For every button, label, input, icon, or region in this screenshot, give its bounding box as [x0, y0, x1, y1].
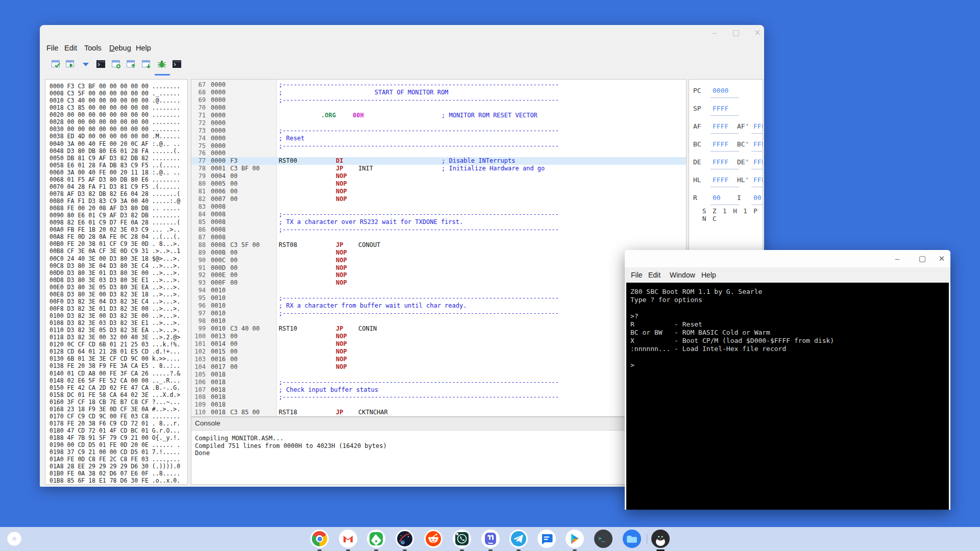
maximize-icon[interactable]: ▢ [731, 28, 741, 37]
i-field[interactable]: 00 [751, 192, 763, 205]
chrome-logo [312, 531, 327, 546]
chromeos-desktop: – ▢ ✕ File Edit Tools Debug Help [0, 0, 980, 551]
af-label: AF [693, 120, 701, 133]
files-icon[interactable] [623, 530, 641, 548]
play-store-icon[interactable] [566, 530, 584, 548]
register-row-bc: BC FFFF BC' FFFF [689, 138, 763, 151]
terminal-glyph: >_ [598, 535, 605, 542]
de-alt-label: DE' [737, 156, 749, 168]
close-icon[interactable]: ✕ [936, 254, 947, 263]
reddit-icon[interactable] [424, 530, 443, 548]
register-row-hl: HL FFFF HL' FFFF [689, 174, 763, 186]
bc-label: BC [693, 138, 701, 151]
register-row-sp: SP FFFF [689, 103, 763, 115]
chat-icon[interactable] [537, 530, 556, 548]
hl-field[interactable]: FFFF [710, 174, 739, 187]
debug-bug-icon[interactable] [157, 59, 167, 69]
menu-file[interactable]: File [46, 43, 58, 53]
sp-field[interactable]: FFFF [710, 103, 739, 116]
terminal2-icon[interactable] [172, 59, 182, 69]
bc-alt-field[interactable]: FFFF [751, 138, 763, 152]
code-rows: 670000;---------------------------------… [191, 81, 686, 416]
console-title: Console [195, 419, 220, 427]
maximize-icon[interactable]: ▢ [917, 254, 928, 263]
serial-terminal-window: – ▢ ✕ File Edit Window Help Z80 SBC Boot… [625, 250, 950, 510]
new-window-icon[interactable] [111, 59, 121, 69]
assemble-check-icon[interactable] [51, 59, 61, 69]
flags-row: S Z 1 H 1 P N C [702, 207, 763, 222]
hl-label: HL [693, 174, 701, 186]
penguin-linux-icon[interactable] [651, 530, 670, 548]
gmail-icon[interactable] [339, 530, 357, 548]
af-alt-label: AF' [737, 120, 749, 133]
sp-label: SP [693, 103, 701, 115]
load-icon[interactable] [126, 59, 136, 69]
whatsapp-icon[interactable] [453, 530, 471, 548]
de-label: DE [693, 156, 701, 168]
af-alt-field[interactable]: FFFF [751, 120, 763, 134]
minimize-icon[interactable]: – [709, 28, 720, 37]
de-field[interactable]: FFFF [710, 156, 739, 169]
shelf: >_ 20 nov 14:23 [0, 527, 980, 551]
menu-help[interactable]: Help [136, 43, 151, 53]
pc-label: PC [693, 85, 701, 97]
bc-alt-label: BC' [737, 138, 749, 151]
register-row-r-i: R 00 I 00 [689, 192, 763, 204]
register-row-af: AF FFFF AF' FFFF [689, 120, 763, 133]
assemble-run-icon[interactable] [65, 59, 76, 69]
mastodon-icon[interactable] [481, 530, 500, 548]
menu-help[interactable]: Help [701, 270, 716, 280]
pc-field[interactable]: 0000 [710, 85, 739, 98]
hl-alt-field[interactable]: FFFF [751, 174, 763, 187]
i-label: I [737, 192, 741, 204]
menu-tools[interactable]: Tools [84, 43, 102, 53]
minimize-icon[interactable]: – [892, 254, 903, 263]
r-label: R [693, 192, 697, 204]
menu-file[interactable]: File [631, 270, 643, 280]
menu-debug[interactable]: Debug [109, 43, 131, 53]
launcher-button[interactable] [7, 532, 21, 546]
r-field[interactable]: 00 [710, 192, 739, 205]
shelf-separator [647, 534, 647, 544]
telegram-icon[interactable] [509, 530, 528, 548]
hl-alt-label: HL' [737, 174, 749, 186]
de-alt-field[interactable]: FFFF [751, 156, 763, 169]
chevron-down-icon[interactable] [81, 59, 91, 69]
close-icon[interactable]: ✕ [752, 28, 763, 37]
terminal-icon[interactable] [96, 59, 106, 69]
terminal-titlebar[interactable]: – ▢ ✕ [625, 250, 950, 267]
terminal-menubar: File Edit Window Help [625, 267, 950, 283]
register-row-pc: PC 0000 [689, 85, 763, 97]
bc-field[interactable]: FFFF [710, 138, 739, 152]
menu-edit[interactable]: Edit [648, 270, 660, 280]
menu-window[interactable]: Window [670, 270, 695, 280]
feedly-icon[interactable] [367, 530, 385, 548]
terminal-output[interactable]: Z80 SBC Boot ROM 1.1 by G. SearleType ? … [626, 283, 949, 510]
terminal-app-icon[interactable]: >_ [594, 530, 612, 548]
register-row-de: DE FFFF DE' FFFF [689, 156, 763, 168]
space-app-icon[interactable] [396, 530, 414, 548]
menu-edit[interactable]: Edit [64, 43, 77, 53]
assembly-listing-panel[interactable]: 670000;---------------------------------… [191, 79, 687, 417]
console-output: Compiling MONITOR.ASM...Compiled 751 lin… [195, 435, 387, 457]
af-field[interactable]: FFFF [710, 120, 739, 134]
toolbar-selected-indicator [155, 74, 170, 76]
hex-dump-panel[interactable]: 0000 F3 C3 BF 00 00 00 00 00 ........000… [45, 79, 188, 485]
chrome-icon[interactable] [310, 530, 329, 548]
save-icon[interactable] [141, 59, 152, 69]
